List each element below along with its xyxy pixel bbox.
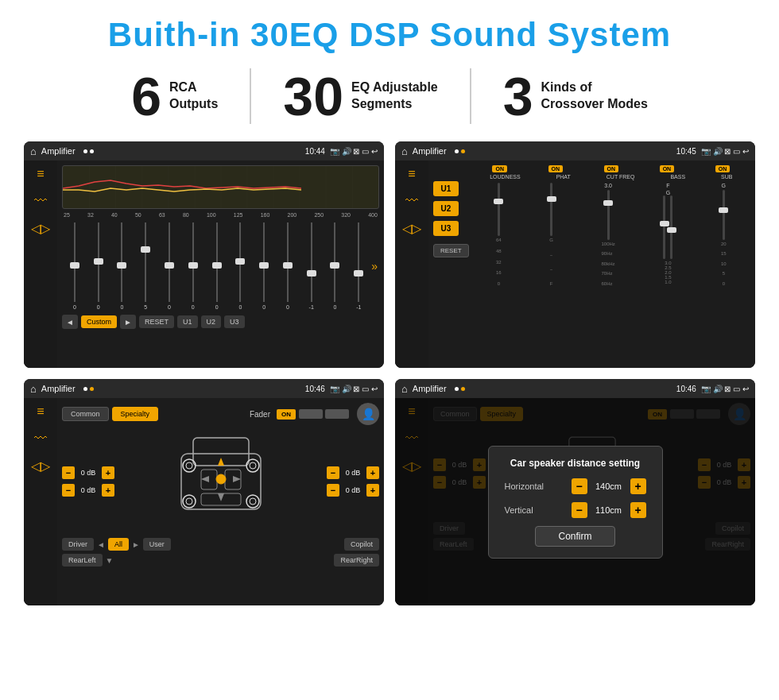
db-row-bl: − 0 dB + [62, 484, 114, 497]
fader-main: Common Specialty Fader ON 👤 [57, 398, 384, 605]
tab-specialty[interactable]: Specialty [112, 407, 159, 421]
page-wrapper: Buith-in 30EQ DSP Sound System 6 RCAOutp… [0, 0, 779, 613]
fader-slider-1[interactable] [299, 409, 323, 419]
eq-u2-btn[interactable]: U2 [201, 315, 222, 328]
eq-next-btn[interactable]: ► [120, 315, 136, 329]
slider-bass[interactable]: F G 3.02.52.01.51.0 [663, 183, 672, 286]
screen-crossover: ⌂ Amplifier 10:45 📷 🔊 ⊠ ▭ ↩ ≡ 〰 ◁▷ [395, 141, 755, 368]
dialog-plus-horizontal[interactable]: + [630, 478, 646, 494]
sidebar-icon-eq[interactable]: ≡ [37, 167, 44, 181]
eq-prev-btn[interactable]: ◄ [62, 315, 78, 329]
dialog-minus-vertical[interactable]: − [572, 502, 587, 518]
home-icon-eq[interactable]: ⌂ [30, 145, 37, 157]
crossover-reset-btn[interactable]: RESET [433, 244, 469, 257]
sidebar-icon-fader2[interactable]: 〰 [34, 431, 47, 446]
svg-marker-18 [233, 476, 241, 482]
btn-driver[interactable]: Driver [62, 538, 94, 551]
eq-slider-10[interactable]: -1 [300, 222, 323, 310]
db-val-bl: 0 dB [77, 486, 99, 494]
u1-button[interactable]: U1 [433, 181, 459, 196]
eq-slider-8[interactable]: 0 [253, 222, 275, 310]
eq-graph [62, 165, 379, 209]
slider-loudness[interactable]: 644832160 [496, 183, 502, 286]
svg-point-14 [216, 474, 226, 484]
db-minus-tr[interactable]: − [327, 466, 339, 479]
eq-slider-11[interactable]: 0 [324, 222, 347, 310]
btn-all[interactable]: All [108, 538, 129, 551]
sidebar-icon-fader3[interactable]: ◁▷ [31, 458, 50, 474]
eq-slider-4[interactable]: 0 [158, 222, 180, 310]
eq-slider-1[interactable]: 0 [87, 222, 110, 310]
eq-slider-9[interactable]: 0 [277, 222, 299, 310]
db-plus-tl[interactable]: + [102, 466, 114, 479]
db-plus-bl[interactable]: + [102, 484, 114, 497]
screen-content-eq: ≡ 〰 ◁▷ [24, 160, 384, 368]
fader-slider-2[interactable] [325, 409, 349, 419]
eq-slider-6[interactable]: 0 [206, 222, 228, 310]
on-badge-phat: ON [548, 165, 564, 172]
svg-marker-15 [218, 458, 224, 466]
eq-slider-0[interactable]: 0 [64, 222, 86, 310]
status-bar-dialog: ⌂ Amplifier 10:46 📷 🔊 ⊠ ▭ ↩ [395, 379, 755, 398]
feature-text-eq: EQ AdjustableSegments [351, 79, 438, 113]
left-sidebar-cross: ≡ 〰 ◁▷ [395, 160, 428, 368]
slider-sub[interactable]: G 20151050 [721, 183, 727, 286]
svg-marker-16 [218, 493, 224, 501]
sidebar-icon-cross2[interactable]: 〰 [405, 194, 418, 208]
eq-reset-btn[interactable]: RESET [139, 315, 174, 328]
screen-content-fader: ≡ 〰 ◁▷ Common Specialty Fader ON [24, 398, 384, 605]
home-icon-dialog[interactable]: ⌂ [401, 383, 408, 395]
slider-phat[interactable]: G~~F [549, 183, 553, 286]
home-icon-cross[interactable]: ⌂ [401, 145, 408, 157]
db-minus-br[interactable]: − [327, 484, 339, 497]
u3-button[interactable]: U3 [433, 221, 459, 236]
eq-u3-btn[interactable]: U3 [224, 315, 245, 328]
status-time-dialog: 10:46 [676, 385, 696, 393]
db-plus-br[interactable]: + [366, 484, 379, 497]
feature-crossover: 3 Kinds ofCrossover Modes [471, 69, 680, 123]
eq-u1-btn[interactable]: U1 [177, 315, 198, 328]
fader-on-toggle[interactable]: ON [277, 409, 296, 420]
sidebar-icon-cross3[interactable]: ◁▷ [402, 221, 421, 236]
eq-curve-svg [63, 166, 378, 208]
svg-point-10 [250, 498, 256, 505]
eq-slider-3[interactable]: 5 [134, 222, 157, 310]
slider-cutfreq[interactable]: 3.0 100Hz90Hz80kHz70Hz60Hz [601, 183, 614, 286]
u-buttons-col: U1 U2 U3 RESET [433, 165, 469, 363]
eq-custom-btn[interactable]: Custom [81, 315, 117, 328]
svg-point-8 [186, 498, 192, 505]
right-arrow-icon[interactable]: ► [132, 540, 140, 549]
avatar-icon: 👤 [357, 403, 379, 425]
eq-slider-7[interactable]: 0 [229, 222, 251, 310]
confirm-button[interactable]: Confirm [535, 526, 614, 547]
dot-f1 [83, 387, 87, 391]
home-icon-fader[interactable]: ⌂ [30, 383, 37, 395]
eq-slider-12[interactable]: -1 [347, 222, 370, 310]
db-val-br: 0 dB [342, 486, 364, 494]
status-title-fader: Amplifier [41, 384, 76, 393]
eq-slider-2[interactable]: 0 [111, 222, 134, 310]
right-db-controls: − 0 dB + − 0 dB + [327, 466, 379, 497]
cross-sliders-row: 644832160 G~~F [472, 183, 750, 363]
db-minus-bl[interactable]: − [62, 484, 75, 497]
expand-icon[interactable]: » [371, 260, 378, 273]
fader-bottom-row2: RearLeft ▼ RearRight [62, 554, 379, 567]
u2-button[interactable]: U2 [433, 201, 459, 216]
dialog-plus-vertical[interactable]: + [630, 502, 646, 518]
left-arrow-icon[interactable]: ◄ [97, 540, 105, 549]
sidebar-icon-cross1[interactable]: ≡ [408, 167, 415, 181]
btn-copilot[interactable]: Copilot [344, 538, 379, 551]
btn-user[interactable]: User [143, 538, 171, 551]
down-arrow-icon[interactable]: ▼ [106, 556, 114, 565]
btn-rearleft[interactable]: RearLeft [62, 554, 103, 567]
fader-tabs-row: Common Specialty Fader ON 👤 [62, 403, 379, 425]
db-minus-tl[interactable]: − [62, 466, 75, 479]
tab-common[interactable]: Common [62, 407, 109, 421]
db-plus-tr[interactable]: + [366, 466, 379, 479]
sidebar-icon-wave[interactable]: 〰 [34, 194, 47, 208]
btn-rearright[interactable]: RearRight [334, 554, 379, 567]
sidebar-icon-fader1[interactable]: ≡ [37, 404, 44, 419]
sidebar-icon-speaker[interactable]: ◁▷ [31, 221, 50, 236]
eq-slider-5[interactable]: 0 [182, 222, 204, 310]
dialog-minus-horizontal[interactable]: − [572, 478, 587, 494]
